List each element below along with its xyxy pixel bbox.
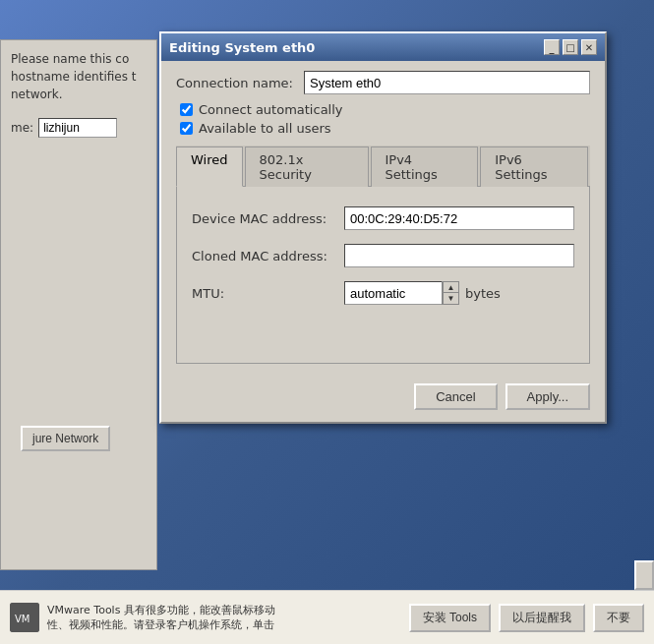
connection-name-input[interactable]: [304, 71, 590, 94]
dialog-titlebar: Editing System eth0 _ □ ✕: [161, 33, 605, 61]
cancel-button[interactable]: Cancel: [414, 383, 497, 410]
mtu-spin-buttons: ▲ ▼: [442, 281, 459, 305]
bg-name-input[interactable]: [38, 118, 117, 138]
dialog-footer: Cancel Apply...: [161, 374, 605, 422]
tab-wired[interactable]: Wired: [176, 146, 243, 187]
install-tools-button[interactable]: 安装 Tools: [409, 604, 491, 632]
device-mac-label: Device MAC address:: [192, 211, 344, 226]
close-button[interactable]: ✕: [581, 39, 597, 55]
cloned-mac-input[interactable]: [344, 244, 574, 267]
vmware-text-line2: 性、视频和性能。请登录客户机操作系统，单击: [47, 617, 401, 632]
vmware-text-line1: VMware Tools 具有很多功能，能改善鼠标移动: [47, 603, 401, 617]
device-mac-row: Device MAC address:: [192, 206, 574, 230]
vmware-icon: VM: [10, 603, 39, 632]
connect-auto-checkbox[interactable]: [180, 103, 193, 116]
dialog-body: Connection name: Connect automatically A…: [161, 61, 605, 374]
svg-text:VM: VM: [15, 614, 30, 624]
bg-name-label: me:: [11, 121, 33, 135]
wired-tab-content: Device MAC address: Cloned MAC address: …: [176, 187, 590, 364]
bg-name-row: me:: [1, 113, 156, 143]
mtu-input-group: ▲ ▼ bytes: [344, 281, 574, 305]
titlebar-buttons: _ □ ✕: [544, 39, 597, 55]
tabs-bar: Wired 802.1x Security IPv4 Settings IPv6…: [176, 146, 590, 187]
tab-ipv4[interactable]: IPv4 Settings: [371, 146, 479, 187]
vmware-text: VMware Tools 具有很多功能，能改善鼠标移动 性、视频和性能。请登录客…: [47, 603, 401, 633]
cloned-mac-label: Cloned MAC address:: [192, 249, 344, 263]
connect-auto-label: Connect automatically: [199, 102, 343, 117]
available-all-users-label: Available to all users: [199, 121, 331, 136]
connect-auto-row: Connect automatically: [176, 102, 590, 117]
mtu-spin-up[interactable]: ▲: [443, 282, 458, 293]
tabs-container: Wired 802.1x Security IPv4 Settings IPv6…: [176, 146, 590, 364]
minimize-button[interactable]: _: [544, 39, 560, 55]
right-edge-button[interactable]: [634, 560, 654, 590]
device-mac-input[interactable]: [344, 206, 574, 230]
bg-text-line3: network.: [11, 86, 147, 103]
background-panel: Please name this co hostname identifies …: [0, 39, 157, 570]
connection-name-label: Connection name:: [176, 76, 304, 90]
dismiss-button[interactable]: 不要: [593, 604, 644, 632]
remind-later-button[interactable]: 以后提醒我: [499, 604, 585, 632]
maximize-button[interactable]: □: [563, 39, 578, 55]
apply-button[interactable]: Apply...: [505, 383, 590, 410]
mtu-label: MTU:: [192, 286, 344, 301]
editing-dialog: Editing System eth0 _ □ ✕ Connection nam…: [159, 31, 607, 424]
mtu-spin-down[interactable]: ▼: [443, 293, 458, 304]
tab-802-1x[interactable]: 802.1x Security: [245, 146, 369, 187]
bytes-label: bytes: [465, 286, 501, 301]
available-all-users-row: Available to all users: [176, 121, 590, 136]
dialog-title: Editing System eth0: [169, 40, 315, 55]
cloned-mac-row: Cloned MAC address:: [192, 244, 574, 267]
mtu-input[interactable]: [344, 281, 443, 305]
tab-ipv6[interactable]: IPv6 Settings: [480, 146, 588, 187]
bg-panel-text: Please name this co hostname identifies …: [1, 40, 156, 113]
connection-name-row: Connection name:: [176, 71, 590, 94]
vmware-toolbar: VM VMware Tools 具有很多功能，能改善鼠标移动 性、视频和性能。请…: [0, 590, 654, 644]
mtu-row: MTU: ▲ ▼ bytes: [192, 281, 574, 305]
available-all-users-checkbox[interactable]: [180, 122, 193, 135]
bg-text-line2: hostname identifies t: [11, 68, 147, 86]
bg-text-line1: Please name this co: [11, 50, 147, 68]
configure-network-button[interactable]: jure Network: [21, 426, 110, 451]
